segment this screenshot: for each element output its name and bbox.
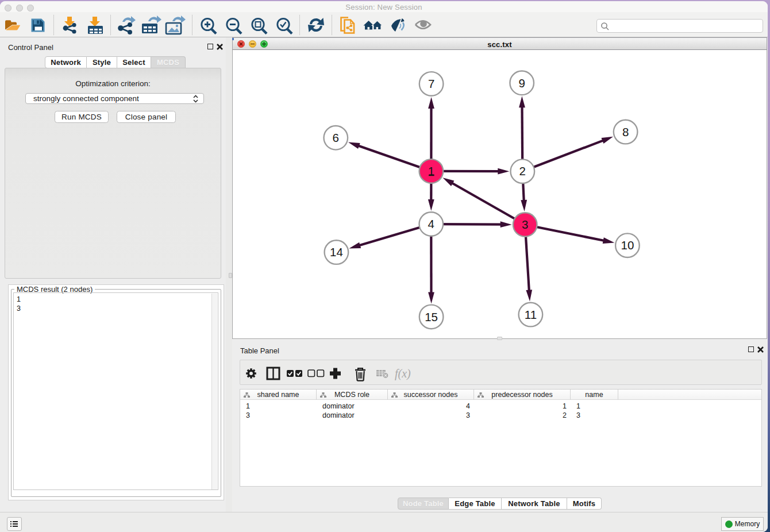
svg-text:3: 3 xyxy=(522,218,528,231)
svg-text:14: 14 xyxy=(330,245,343,259)
svg-text:9: 9 xyxy=(518,76,525,90)
svg-text:8: 8 xyxy=(622,125,629,138)
svg-text:6: 6 xyxy=(333,131,339,144)
svg-text:4: 4 xyxy=(428,217,434,230)
svg-text:f(x): f(x) xyxy=(395,367,411,380)
svg-text:2: 2 xyxy=(519,164,526,178)
svg-text:11: 11 xyxy=(525,308,537,321)
svg-text:7: 7 xyxy=(428,77,434,90)
svg-text:15: 15 xyxy=(425,310,438,323)
svg-text:10: 10 xyxy=(621,238,634,252)
